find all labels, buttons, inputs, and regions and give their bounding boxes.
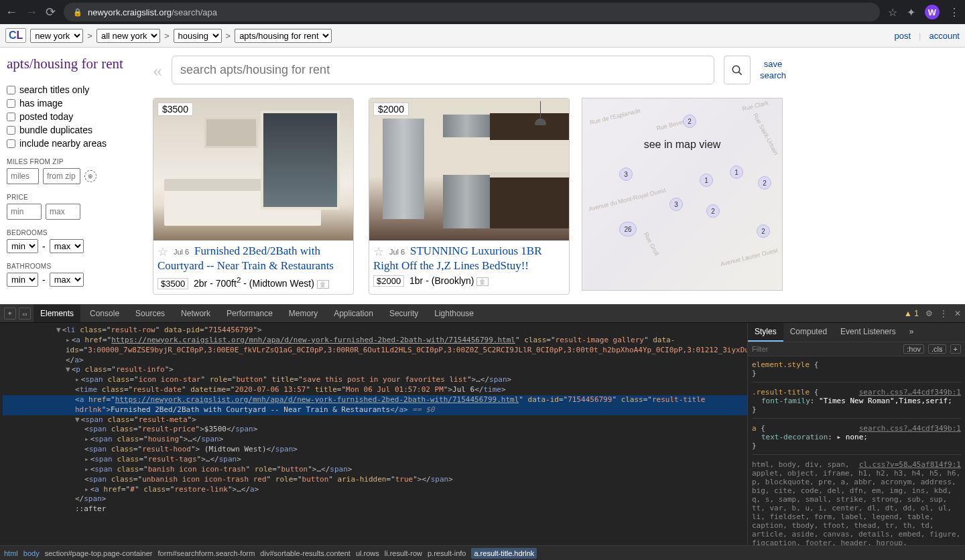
city-select[interactable]: new york — [30, 29, 83, 43]
favorite-icon[interactable]: ☆ — [373, 245, 384, 259]
svg-line-1 — [738, 72, 742, 75]
miles-from-zip-label: MILES FROM ZIP — [7, 158, 141, 165]
price-badge: $2000 — [373, 102, 409, 116]
extensions-icon[interactable]: ✦ — [907, 6, 915, 19]
map-panel[interactable]: Rue de l'Esplanade Rue Beverly Rue Clark… — [582, 98, 783, 291]
forward-button[interactable]: → — [25, 5, 38, 19]
account-link[interactable]: account — [929, 31, 960, 41]
save-search-link[interactable]: savesearch — [760, 59, 786, 82]
listing-image[interactable]: $2000 — [369, 98, 569, 240]
post-link[interactable]: post — [894, 31, 911, 41]
price-label: PRICE — [7, 194, 141, 201]
zip-input[interactable] — [43, 168, 80, 184]
price-badge: $3500 — [157, 102, 193, 116]
bedrooms-label: BEDROOMS — [7, 229, 141, 236]
listing-br: 1br — [409, 275, 423, 286]
miles-input[interactable] — [7, 168, 39, 184]
bathrooms-min-select[interactable]: min — [7, 273, 38, 287]
category-select[interactable]: apts/housing for rent — [235, 29, 332, 43]
locate-icon[interactable]: ⊕ — [84, 170, 96, 182]
cl-logo[interactable]: CL — [5, 28, 26, 43]
breadcrumb-sep: > — [87, 31, 92, 41]
listing-sqft: 700ft2 — [216, 278, 241, 289]
listing-card[interactable]: $3500 ☆ Jul 6 Furnished 2Bed/2Bath with … — [153, 98, 354, 295]
breadcrumb-sep: > — [164, 31, 170, 41]
favorite-icon[interactable]: ☆ — [157, 245, 168, 259]
svg-point-0 — [732, 66, 740, 73]
filter-posted-today[interactable]: posted today — [7, 111, 141, 122]
search-input[interactable] — [172, 56, 714, 84]
price-max-input[interactable] — [46, 204, 80, 220]
listing-image[interactable]: $3500 — [153, 98, 353, 240]
listing-price-pill: $3500 — [157, 278, 188, 289]
search-icon — [731, 64, 743, 76]
listing-price-pill: $2000 — [373, 275, 404, 287]
map-view-label: see in map view — [582, 139, 782, 151]
bathrooms-max-select[interactable]: max — [50, 273, 84, 287]
back-button[interactable]: ← — [5, 5, 17, 19]
url-text: newyork.craigslist.org/search/apa — [88, 7, 217, 17]
page-title: apts/housing for rent — [7, 56, 141, 72]
lock-icon: 🔒 — [73, 8, 82, 17]
bathrooms-label: BATHROOMS — [7, 263, 141, 270]
listings-grid: $3500 ☆ Jul 6 Furnished 2Bed/2Bath with … — [153, 98, 570, 295]
listing-date: Jul 6 — [389, 248, 405, 256]
hide-icon[interactable]: 🗑 — [317, 280, 329, 289]
search-button[interactable] — [724, 56, 751, 84]
profile-avatar[interactable]: W — [925, 5, 940, 19]
filter-bundle-duplicates[interactable]: bundle duplicates — [7, 125, 141, 135]
prev-page-icon: « — [153, 60, 162, 81]
section-select[interactable]: housing — [174, 29, 222, 43]
filter-titles-only[interactable]: search titles only — [7, 84, 141, 95]
listing-date: Jul 6 — [174, 248, 189, 256]
bedrooms-min-select[interactable]: min — [7, 239, 38, 253]
star-icon[interactable]: ☆ — [888, 6, 897, 19]
filter-has-image[interactable]: has image — [7, 98, 141, 109]
main-content: « savesearch $3500 ☆ Jul 6 — [147, 48, 965, 297]
filter-sidebar: apts/housing for rent search titles only… — [0, 48, 147, 297]
cl-topnav: CL new york > all new york > housing > a… — [0, 24, 965, 48]
browser-chrome: ← → ⟳ 🔒 newyork.craigslist.org/search/ap… — [0, 0, 965, 24]
hide-icon[interactable]: 🗑 — [476, 277, 489, 286]
area-select[interactable]: all new york — [96, 29, 160, 43]
listing-hood: (Midtown West) — [249, 278, 314, 289]
url-bar[interactable]: 🔒 newyork.craigslist.org/search/apa — [64, 3, 880, 21]
reload-button[interactable]: ⟳ — [46, 5, 56, 19]
filter-nearby-areas[interactable]: include nearby areas — [7, 138, 141, 149]
price-min-input[interactable] — [7, 204, 42, 220]
menu-icon[interactable]: ⋮ — [949, 6, 960, 19]
bedrooms-max-select[interactable]: max — [50, 239, 84, 253]
listing-hood: (Brooklyn) — [432, 275, 474, 286]
breadcrumb-sep: > — [226, 31, 231, 41]
listing-br: 2br — [194, 278, 207, 289]
listing-card[interactable]: $2000 ☆ Jul 6 STUNNING Luxurious 1BR Rig… — [369, 98, 570, 295]
